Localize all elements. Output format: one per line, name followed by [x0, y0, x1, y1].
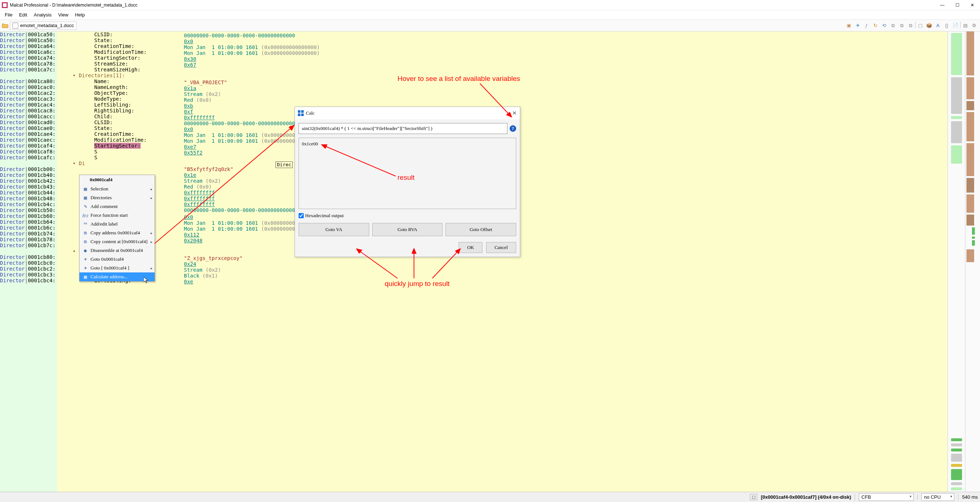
context-item[interactable]: ✎Add comment [80, 202, 154, 211]
context-item[interactable]: ⧉Copy address 0x0001caf4▸ [80, 229, 154, 237]
calc-close-icon[interactable]: ✕ [512, 110, 517, 116]
calc-title: Calc [306, 110, 512, 116]
statusbar: ▢ [0x0001caf4-0x0001caf7] (4/0x4 on-disk… [0, 492, 980, 502]
hex-output-checkbox[interactable] [299, 213, 304, 218]
context-menu-header: 0x0001caf4 [80, 175, 154, 184]
calc-result-output: 0x1ce00 [299, 138, 516, 209]
cursor-icon [143, 277, 150, 284]
context-item[interactable]: ▦Selection▸ [80, 184, 154, 193]
hex-output-label: Hexadecimal output [305, 213, 344, 219]
menu-help[interactable]: Help [72, 11, 88, 19]
tool-braces-icon[interactable]: {} [943, 22, 951, 30]
tool-copy3-icon[interactable]: ⧉ [906, 22, 915, 30]
tool-copy2-icon[interactable]: ⧉ [897, 22, 906, 30]
context-item[interactable]: ✈Goto [ 0x0001caf4 ]▸ [80, 264, 154, 272]
context-item[interactable]: ᴬᴮAdd/edit label [80, 220, 154, 229]
minimap-wide[interactable] [947, 32, 965, 492]
calc-icon [298, 110, 304, 116]
context-item[interactable]: f(x)Force function start [80, 211, 154, 220]
svg-rect-1 [298, 110, 301, 113]
svg-rect-2 [301, 110, 304, 113]
calc-dialog: Calc ✕ ? 0x1ce00 Hexadecimal output Goto… [294, 106, 520, 257]
tool-doc-icon[interactable]: 📄 [951, 22, 959, 30]
tool-font-icon[interactable]: A [934, 22, 942, 30]
minimap-narrow[interactable] [965, 32, 980, 492]
tool-copy-icon[interactable]: ⧉ [889, 22, 897, 30]
menu-view[interactable]: View [55, 11, 72, 19]
window-title: Malcat Professional - D:\malware\demo\em… [10, 3, 939, 8]
ok-button[interactable]: OK [459, 242, 482, 253]
context-menu: 0x0001caf4 ▦Selection▸▦Directories▸✎Add … [79, 175, 155, 281]
tool-goto-icon[interactable]: ✈ [854, 22, 862, 30]
toolbar-right: ▣ ✈ 𝑓 ↻ ⟲ ⧉ ⧉ ⧉ ▢ 📦 A {} 📄 ▤ ⚙ [845, 22, 978, 30]
context-item[interactable]: ✈Goto 0x0001caf4 [80, 255, 154, 264]
menubar: File Edit Analysis View Help [0, 10, 980, 20]
doc-status-icon: ▢ [750, 494, 757, 500]
goto-offset-button[interactable]: Goto Offset [445, 223, 516, 236]
tool-layout-icon[interactable]: ▣ [845, 22, 853, 30]
tool-refresh-icon[interactable]: ↻ [871, 22, 879, 30]
context-item[interactable]: ⧉Copy content at [0x0001caf4]▸ [80, 237, 154, 246]
main-area: Director|0001ca50:Director|0001ca50:Dire… [0, 32, 980, 492]
toolbar: emotet_metadata_1.docc ▣ ✈ 𝑓 ↻ ⟲ ⧉ ⧉ ⧉ ▢… [0, 20, 980, 32]
cpu-select[interactable]: no CPU [921, 493, 955, 501]
folder-icon[interactable] [2, 22, 8, 29]
tool-bars-icon[interactable]: ▤ [961, 22, 969, 30]
calc-result-value: 0x1ce00 [302, 141, 318, 146]
context-item[interactable]: ▦Directories▸ [80, 193, 154, 202]
goto-va-button[interactable]: Goto VA [299, 223, 369, 236]
structure-view[interactable]: CLSID:00000000-0000-0000-0000-0000000000… [57, 32, 947, 492]
titlebar: Malcat Professional - D:\malware\demo\em… [0, 0, 980, 10]
svg-rect-3 [298, 113, 301, 116]
status-selection: [0x0001caf4-0x0001caf7] (4/0x4 on-disk) [761, 494, 851, 500]
close-button[interactable]: ✕ [969, 2, 975, 8]
address-gutter: Director|0001ca50:Director|0001ca50:Dire… [0, 32, 57, 492]
minimize-button[interactable]: — [939, 2, 945, 8]
menu-analysis[interactable]: Analysis [31, 11, 54, 19]
tool-square-icon[interactable]: ▢ [916, 22, 924, 30]
context-item[interactable]: ◉Disassemble at 0x0001caf4 [80, 246, 154, 255]
format-select[interactable]: CFB [859, 493, 914, 501]
cancel-button[interactable]: Cancel [486, 242, 516, 253]
menu-edit[interactable]: Edit [16, 11, 30, 19]
tool-gear-icon[interactable]: ⚙ [970, 22, 978, 30]
calc-expression-input[interactable] [299, 123, 508, 134]
calc-titlebar[interactable]: Calc ✕ [295, 107, 520, 119]
app-icon [2, 2, 8, 8]
tool-pkg-icon[interactable]: 📦 [925, 22, 933, 30]
help-icon[interactable]: ? [510, 125, 516, 132]
maximize-button[interactable]: ☐ [955, 2, 960, 8]
menu-file[interactable]: File [2, 11, 15, 19]
status-time: 540 ms [962, 494, 978, 500]
goto-rva-button[interactable]: Goto RVA [372, 223, 443, 236]
svg-rect-4 [301, 113, 304, 116]
tool-link-icon[interactable]: ⟲ [880, 22, 888, 30]
current-filename: emotet_metadata_1.docc [20, 23, 74, 28]
file-icon [13, 23, 18, 29]
tool-script-icon[interactable]: 𝑓 [862, 22, 870, 30]
